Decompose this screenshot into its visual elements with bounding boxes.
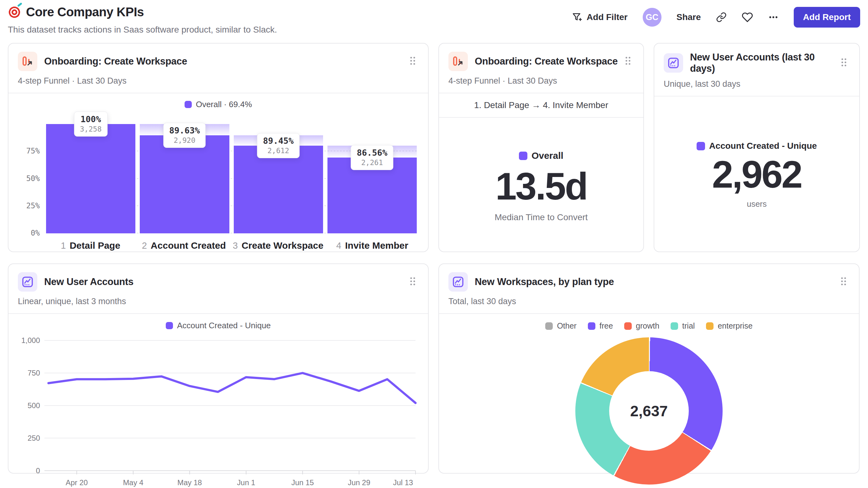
legend-label: Other: [557, 321, 577, 330]
donut-hole: 2,637: [609, 371, 689, 451]
funnel-plot: 0%25%50%75%100%3,25889.63%2,92089.45%2,6…: [46, 110, 417, 233]
funnel-bar-tooltip: 89.45%2,612: [257, 133, 300, 158]
funnel-bar-step-3[interactable]: 89.45%2,612: [234, 110, 323, 233]
metric-value: 13.5d: [439, 165, 643, 207]
funnel-bar-tooltip: 86.56%2,261: [351, 145, 394, 170]
legend-label: growth: [636, 321, 659, 330]
funnel-step-label: 3Create Workspace: [233, 240, 323, 251]
header-left: Core Company KPIs This dataset tracks ac…: [8, 5, 277, 35]
legend-label: Account Created - Unique: [177, 321, 271, 330]
donut-chart[interactable]: 2,637: [575, 337, 722, 485]
page-subtitle: This dataset tracks actions in Saas soft…: [8, 25, 277, 35]
insights-report-icon: [664, 53, 683, 73]
legend-swatch: [696, 142, 705, 150]
add-report-button[interactable]: Add Report: [794, 7, 860, 28]
card-funnel-chart: Onboarding: Create Workspace 4-step Funn…: [8, 43, 429, 252]
legend-label: Overall · 69.4%: [196, 100, 252, 109]
funnel-step-label: 1Detail Page: [46, 240, 135, 251]
donut-legend: Otherfreegrowthtrialenterprise: [439, 321, 859, 330]
card-header: Onboarding: Create Workspace 4-step Funn…: [8, 43, 428, 93]
card-title: Onboarding: Create Workspace: [44, 56, 407, 67]
line-chart-plot: 02505007501,000Apr 20May 4May 18Jun 1Jun…: [18, 335, 418, 488]
drag-handle-icon[interactable]: [407, 274, 418, 290]
funnel-y-tick-label: 25%: [19, 201, 40, 210]
legend-swatch: [671, 322, 678, 330]
insights-report-icon: [448, 272, 468, 292]
share-button[interactable]: Share: [677, 12, 701, 22]
line-series: [49, 373, 415, 403]
svg-text:0: 0: [36, 466, 40, 475]
svg-text:500: 500: [28, 401, 40, 410]
card-number-metric: New User Accounts (last 30 days) Unique,…: [654, 43, 860, 252]
card-title: New Workspaces, by plan type: [475, 276, 838, 288]
svg-text:750: 750: [28, 369, 40, 377]
funnel-y-tick-label: 75%: [19, 147, 40, 155]
funnel-y-tick-label: 50%: [19, 174, 40, 183]
funnel-report-icon: [448, 52, 468, 71]
funnel-bar-solid: [140, 135, 229, 233]
metric-caption: Median Time to Convert: [439, 213, 643, 222]
card-line-chart: New User Accounts Linear, unique, last 3…: [8, 263, 429, 474]
metric-caption: users: [654, 199, 859, 209]
funnel-count: 3,258: [80, 125, 101, 133]
card-subtitle: Linear, unique, last 3 months: [18, 297, 418, 306]
metric-value: 2,962: [654, 154, 859, 195]
favorite-button[interactable]: [742, 11, 753, 23]
card-donut-chart: New Workspaces, by plan type Total, last…: [438, 263, 860, 474]
funnel-count: 2,261: [357, 159, 388, 167]
legend-label: Account Created - Unique: [709, 141, 817, 151]
funnel-bar-tooltip: 89.63%2,920: [163, 123, 206, 148]
metric-legend[interactable]: Account Created - Unique: [654, 141, 859, 151]
svg-text:Apr 20: Apr 20: [66, 478, 88, 487]
page-title: Core Company KPIs: [26, 5, 144, 19]
funnel-bar-step-4[interactable]: 86.56%2,261: [328, 110, 417, 233]
funnel-legend[interactable]: Overall · 69.4%: [20, 100, 417, 109]
copy-link-button[interactable]: [716, 12, 727, 23]
legend-swatch: [166, 322, 173, 329]
funnel-bar-step-1[interactable]: 100%3,258: [46, 110, 135, 233]
card-title: New User Accounts (last 30 days): [690, 52, 838, 74]
funnel-step-label: 4Invite Member: [328, 240, 417, 251]
svg-text:1,000: 1,000: [21, 336, 40, 345]
legend-label: free: [599, 321, 613, 330]
drag-handle-icon[interactable]: [838, 55, 850, 71]
donut-legend-item-other[interactable]: Other: [545, 321, 577, 330]
svg-text:250: 250: [28, 434, 40, 442]
drag-handle-icon[interactable]: [407, 54, 418, 69]
drag-handle-icon[interactable]: [838, 274, 849, 290]
legend-label: enterprise: [718, 321, 752, 330]
more-options-button[interactable]: [768, 12, 779, 23]
link-icon: [716, 12, 727, 23]
funnel-bar-solid: [234, 145, 323, 233]
legend-swatch: [706, 322, 714, 330]
funnel-conversion-pct: 86.56%: [357, 148, 388, 158]
metric-legend[interactable]: Overall: [439, 150, 643, 161]
add-filter-button[interactable]: Add Filter: [572, 12, 628, 23]
funnel-bar-solid: [46, 124, 135, 233]
avatar[interactable]: GC: [643, 8, 661, 27]
funnel-bars: 100%3,25889.63%2,92089.45%2,61286.56%2,2…: [46, 110, 417, 233]
donut-legend-item-free[interactable]: free: [588, 321, 613, 330]
header-toolbar: Add Filter GC Share: [572, 5, 860, 28]
svg-text:Jun 1: Jun 1: [237, 478, 255, 487]
page-header: Core Company KPIs This dataset tracks ac…: [8, 5, 860, 35]
legend-swatch: [519, 152, 527, 160]
funnel-bar-step-2[interactable]: 89.63%2,920: [140, 110, 229, 233]
donut-legend-item-growth[interactable]: growth: [624, 321, 659, 330]
card-subtitle: 4-step Funnel · Last 30 Days: [18, 76, 418, 86]
legend-label: Overall: [531, 150, 563, 161]
legend-label: trial: [682, 321, 695, 330]
card-subtitle: Total, last 30 days: [448, 297, 849, 306]
target-emoji-icon: [8, 6, 21, 19]
drag-handle-icon[interactable]: [622, 54, 634, 69]
insights-report-icon: [18, 272, 37, 292]
ellipsis-icon: [768, 12, 779, 23]
funnel-x-labels: 1Detail Page2Account Created3Create Work…: [46, 240, 417, 251]
funnel-bar-tooltip: 100%3,258: [74, 111, 107, 136]
line-legend[interactable]: Account Created - Unique: [18, 321, 418, 330]
donut-legend-item-enterprise[interactable]: enterprise: [706, 321, 752, 330]
donut-legend-item-trial[interactable]: trial: [671, 321, 695, 330]
card-subtitle: Unique, last 30 days: [664, 79, 850, 89]
funnel-count: 2,612: [263, 147, 293, 155]
donut-center-value: 2,637: [630, 402, 668, 420]
